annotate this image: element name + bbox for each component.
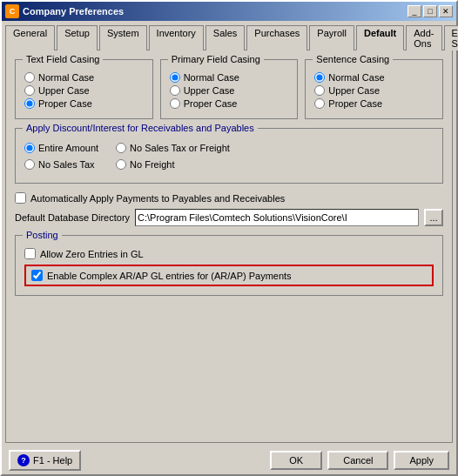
tab-setup[interactable]: Setup [57,25,98,50]
tab-default[interactable]: Default [356,25,404,50]
text-normal-case-row: Normal Case [24,72,144,83]
restore-button[interactable]: □ [423,5,437,17]
cancel-button[interactable]: Cancel [327,451,388,470]
primary-proper-case-radio[interactable] [170,98,180,109]
sentence-upper-case-row: Upper Case [314,85,434,96]
discount-group: Apply Discount/Interest for Receivables … [15,128,443,184]
apply-button[interactable]: Apply [394,451,449,470]
allow-zero-label: Allow Zero Entries in GL [40,249,144,259]
no-sales-tax-label: No Sales Tax [38,159,95,170]
discount-col1: Entire Amount No Sales Tax [24,143,98,172]
help-label: F1 - Help [33,455,72,466]
tab-payroll[interactable]: Payroll [309,25,354,50]
text-normal-case-label: Normal Case [38,72,94,83]
primary-field-casing-label: Primary Field Casing [168,54,264,64]
discount-options: Entire Amount No Sales Tax No Sales Tax … [24,139,434,176]
dir-input[interactable]: C:\Program Files\Comtech Solutions\Visio… [135,209,419,226]
discount-group-label: Apply Discount/Interest for Receivables … [23,123,258,133]
primary-normal-case-row: Normal Case [170,72,289,83]
no-sales-tax-radio[interactable] [24,159,35,170]
text-proper-case-radio[interactable] [24,98,35,109]
dir-label: Default Database Directory [15,212,130,223]
bottom-bar: ? F1 - Help OK Cancel Apply [2,446,456,474]
text-proper-case-label: Proper Case [38,98,92,109]
sentence-upper-case-label: Upper Case [328,85,380,96]
auto-apply-checkbox[interactable] [15,192,26,204]
entire-amount-row: Entire Amount [24,143,98,153]
no-freight-row: No Freight [116,159,230,170]
sentence-proper-case-label: Proper Case [328,98,382,109]
text-field-casing-label: Text Field Casing [23,54,103,64]
text-upper-case-radio[interactable] [24,85,35,96]
tab-email-setup[interactable]: Email Setup [444,25,459,50]
help-icon: ? [17,454,30,466]
title-bar: C Company Preferences _ □ ✕ [2,2,456,21]
allow-zero-checkbox[interactable] [24,248,36,259]
ok-button[interactable]: OK [270,451,322,470]
window-title: Company Preferences [23,6,404,17]
dir-browse-button[interactable]: ... [424,209,443,226]
window-icon-text: C [10,7,16,16]
no-freight-label: No Freight [130,159,174,170]
primary-normal-case-radio[interactable] [170,72,180,83]
window-icon: C [5,4,19,18]
sentence-proper-case-radio[interactable] [314,98,325,109]
text-proper-case-row: Proper Case [24,98,144,109]
primary-field-casing-group: Primary Field Casing Normal Case Upper C… [160,59,299,119]
enable-complex-label: Enable Complex AR/AP GL entries for (AR/… [47,271,292,281]
minimize-button[interactable]: _ [407,5,421,17]
no-sales-tax-freight-radio[interactable] [116,143,126,153]
primary-proper-case-row: Proper Case [170,98,289,109]
close-button[interactable]: ✕ [439,5,453,17]
text-upper-case-label: Upper Case [38,85,90,96]
sentence-normal-case-radio[interactable] [314,72,325,83]
posting-label: Posting [23,230,62,240]
enable-complex-checkbox[interactable] [31,270,43,281]
no-sales-tax-freight-label: No Sales Tax or Freight [130,143,230,153]
auto-apply-row: Automatically Apply Payments to Payables… [15,192,443,204]
primary-normal-case-label: Normal Case [184,72,239,83]
tab-bar: General Setup System Inventory Sales Pur… [2,21,456,50]
tab-addons[interactable]: Add-Ons [406,25,441,50]
no-sales-tax-freight-row: No Sales Tax or Freight [116,143,230,153]
title-bar-buttons: _ □ ✕ [407,5,453,17]
entire-amount-radio[interactable] [24,143,35,153]
sentence-upper-case-radio[interactable] [314,85,325,96]
text-normal-case-radio[interactable] [24,72,35,83]
tab-purchases[interactable]: Purchases [246,25,307,50]
tab-system[interactable]: System [99,25,147,50]
primary-upper-case-radio[interactable] [170,85,180,96]
casing-row: Text Field Casing Normal Case Upper Case… [15,59,443,119]
tab-general[interactable]: General [5,25,55,50]
tab-sales[interactable]: Sales [205,25,246,50]
tab-inventory[interactable]: Inventory [149,25,204,50]
sentence-normal-case-label: Normal Case [328,72,384,83]
no-sales-tax-row: No Sales Tax [24,159,98,170]
auto-apply-label: Automatically Apply Payments to Payables… [30,193,285,204]
text-field-casing-group: Text Field Casing Normal Case Upper Case… [15,59,153,119]
entire-amount-label: Entire Amount [38,143,98,153]
discount-col2: No Sales Tax or Freight No Freight [116,143,230,172]
no-freight-radio[interactable] [116,159,126,170]
enable-complex-row: Enable Complex AR/AP GL entries for (AR/… [24,265,434,286]
text-upper-case-row: Upper Case [24,85,144,96]
primary-upper-case-row: Upper Case [170,85,289,96]
dir-row: Default Database Directory C:\Program Fi… [15,209,443,226]
action-buttons: OK Cancel Apply [270,451,449,470]
tab-content-default: Text Field Casing Normal Case Upper Case… [5,50,453,443]
allow-zero-row: Allow Zero Entries in GL [24,248,434,259]
sentence-normal-case-row: Normal Case [314,72,434,83]
sentence-proper-case-row: Proper Case [314,98,434,109]
sentence-casing-label: Sentence Casing [313,54,393,64]
primary-proper-case-label: Proper Case [184,98,238,109]
posting-group: Posting Allow Zero Entries in GL Enable … [15,235,443,296]
company-preferences-window: C Company Preferences _ □ ✕ General Setu… [0,0,458,476]
help-button[interactable]: ? F1 - Help [9,450,81,471]
sentence-casing-group: Sentence Casing Normal Case Upper Case P… [305,59,443,119]
primary-upper-case-label: Upper Case [184,85,235,96]
